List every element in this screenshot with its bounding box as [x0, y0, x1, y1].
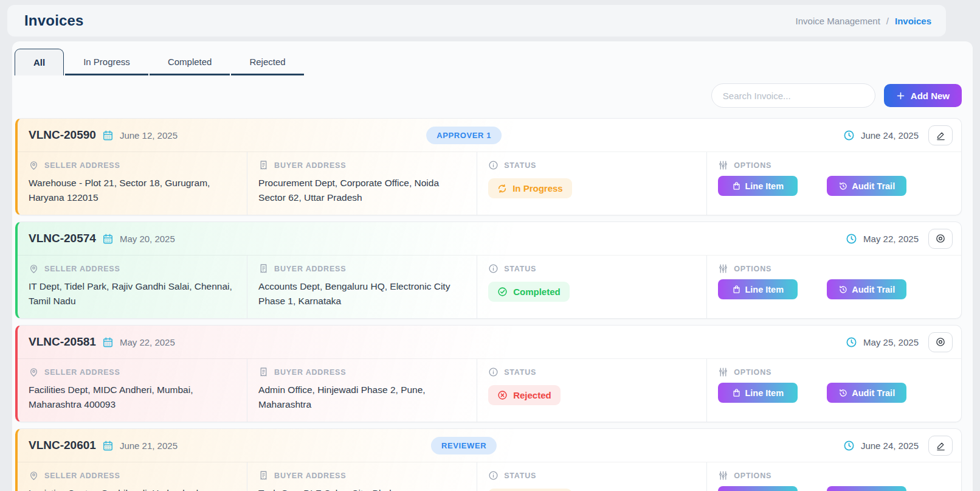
sliders-icon [718, 367, 728, 377]
options-label-row: OPTIONS [718, 470, 949, 481]
options-section: OPTIONS Line Item Audit Trail [706, 359, 961, 422]
invoice-list: VLNC-20590 June 12, 2025 APPROVER 1 June… [15, 118, 973, 491]
options-section: OPTIONS Line Item Audit Trail [706, 152, 961, 215]
due-date: May 22, 2025 [863, 234, 919, 244]
search-input[interactable] [711, 83, 875, 108]
status-value: In Progress [512, 183, 563, 193]
receipt-icon [258, 160, 269, 170]
breadcrumb-separator: / [886, 16, 889, 26]
options-label-text: OPTIONS [734, 472, 771, 480]
eye-icon [935, 336, 946, 347]
add-new-button[interactable]: Add New [884, 84, 962, 107]
breadcrumb-current[interactable]: Invoices [895, 16, 931, 26]
line-item-button[interactable]: Line Item [718, 486, 798, 491]
buyer-address-label: BUYER ADDRESS [258, 160, 464, 170]
history-icon [838, 285, 848, 294]
location-pin-icon [29, 160, 39, 170]
invoice-card-header: VLNC-20581 May 22, 2025 May 25, 2025 [18, 326, 961, 359]
receipt-icon [258, 367, 269, 377]
options-label-row: OPTIONS [718, 160, 949, 170]
card-action-button[interactable] [928, 332, 953, 352]
options-section: OPTIONS Line Item Audit Trail [706, 462, 961, 491]
status-label-row: STATUS [488, 160, 694, 170]
seller-address-label-text: SELLER ADDRESS [44, 368, 120, 377]
tab-all[interactable]: All [15, 49, 64, 75]
invoice-card-header: VLNC-20590 June 12, 2025 APPROVER 1 June… [18, 119, 961, 152]
audit-trail-button[interactable]: Audit Trail [827, 486, 906, 491]
invoice-card: VLNC-20581 May 22, 2025 May 25, 2025 [15, 325, 962, 422]
seller-address-label: SELLER ADDRESS [29, 367, 235, 377]
invoice-card-body: SELLER ADDRESS Facilities Dept, MIDC And… [18, 359, 961, 422]
invoice-meta: June 24, 2025 [843, 125, 953, 145]
buyer-address-text: Procurement Dept, Corporate Office, Noid… [258, 176, 464, 205]
plus-icon [896, 91, 905, 100]
buyer-address-label-text: BUYER ADDRESS [274, 472, 346, 480]
x-circle-icon [497, 390, 508, 400]
options-label-row: OPTIONS [718, 367, 949, 377]
card-action-button[interactable] [928, 229, 953, 249]
card-action-button[interactable] [928, 436, 953, 456]
tab-bar: All In Progress Completed Rejected [15, 49, 973, 75]
breadcrumb-parent[interactable]: Invoice Management [796, 16, 880, 26]
calendar-icon [102, 130, 114, 141]
invoice-card: VLNC-20574 May 20, 2025 May 22, 2025 [15, 221, 962, 319]
line-item-button[interactable]: Line Item [718, 383, 798, 403]
seller-address-section: SELLER ADDRESS Logistics Center, Gachibo… [18, 462, 247, 491]
invoice-card-body: SELLER ADDRESS IT Dept, Tidel Park, Raji… [18, 256, 961, 318]
bag-icon [732, 388, 741, 397]
location-pin-icon [29, 470, 39, 481]
audit-trail-button[interactable]: Audit Trail [827, 279, 906, 299]
invoice-id: VLNC-20601 [29, 439, 96, 452]
invoice-id: VLNC-20581 [29, 335, 96, 349]
clock-icon [846, 233, 857, 245]
seller-address-label: SELLER ADDRESS [29, 263, 235, 274]
line-item-label: Line Item [745, 388, 784, 398]
edit-icon [936, 130, 946, 141]
seller-address-text: Warehouse - Plot 21, Sector 18, Gurugram… [29, 176, 235, 205]
due-date: May 25, 2025 [863, 337, 919, 347]
status-value: Completed [513, 287, 561, 297]
page-title: Invoices [24, 12, 84, 29]
status-section: STATUS Completed [477, 256, 706, 318]
card-action-button[interactable] [928, 125, 953, 145]
invoice-identity: VLNC-20601 June 21, 2025 [29, 439, 178, 452]
invoice-card: VLNC-20601 June 21, 2025 REVIEWER June 2… [15, 428, 962, 491]
status-label-text: STATUS [504, 161, 536, 170]
status-label-row: STATUS [488, 263, 694, 274]
seller-address-label: SELLER ADDRESS [29, 160, 235, 170]
status-label-text: STATUS [504, 472, 536, 480]
clock-icon [843, 440, 855, 451]
seller-address-section: SELLER ADDRESS Warehouse - Plot 21, Sect… [18, 152, 247, 215]
line-item-button[interactable]: Line Item [718, 176, 798, 196]
invoice-meta: May 25, 2025 [846, 332, 953, 352]
buyer-address-text: Tech Ops, DLF Cyber City, Bhubaneswar, O… [258, 486, 464, 491]
seller-address-section: SELLER ADDRESS Facilities Dept, MIDC And… [18, 359, 247, 422]
invoice-card-body: SELLER ADDRESS Warehouse - Plot 21, Sect… [18, 152, 961, 215]
seller-address-label-text: SELLER ADDRESS [44, 161, 120, 170]
options-label-row: OPTIONS [718, 263, 949, 274]
tab-rejected[interactable]: Rejected [231, 49, 303, 75]
status-label-row: STATUS [488, 470, 694, 481]
sliders-icon [718, 160, 728, 170]
info-icon [488, 263, 499, 274]
buyer-address-label-text: BUYER ADDRESS [274, 265, 346, 273]
buyer-address-section: BUYER ADDRESS Accounts Dept, Bengaluru H… [247, 256, 477, 318]
audit-trail-label: Audit Trail [852, 181, 895, 191]
tab-completed[interactable]: Completed [150, 49, 230, 75]
line-item-label: Line Item [745, 285, 784, 294]
status-value: Rejected [513, 390, 551, 400]
audit-trail-button[interactable]: Audit Trail [827, 176, 906, 196]
receipt-icon [258, 263, 269, 274]
invoice-card: VLNC-20590 June 12, 2025 APPROVER 1 June… [15, 118, 962, 215]
line-item-button[interactable]: Line Item [718, 279, 798, 299]
seller-address-text: IT Dept, Tidel Park, Rajiv Gandhi Salai,… [29, 279, 235, 308]
seller-address-label: SELLER ADDRESS [29, 470, 235, 481]
status-label-row: STATUS [488, 367, 694, 377]
invoice-date: May 20, 2025 [120, 234, 175, 244]
audit-trail-button[interactable]: Audit Trail [827, 383, 906, 403]
tab-in-progress[interactable]: In Progress [65, 49, 148, 75]
invoice-meta: June 24, 2025 [843, 436, 953, 456]
info-icon [488, 367, 499, 377]
receipt-icon [258, 470, 269, 481]
status-label-text: STATUS [504, 368, 536, 377]
